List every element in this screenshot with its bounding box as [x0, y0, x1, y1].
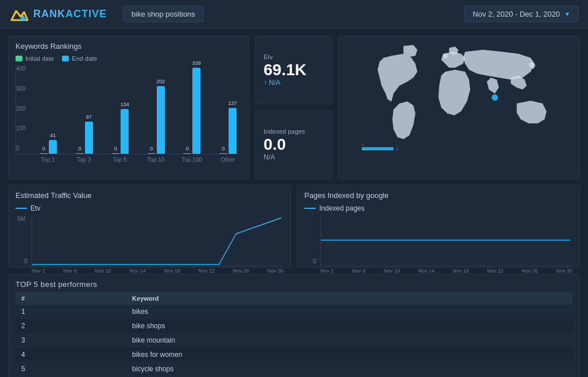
bar-group-top10: 0 202	[142, 86, 171, 154]
main-content: Keywords Rankings Initial date End date …	[0, 29, 588, 377]
x-label-top5: Top 5	[106, 157, 134, 163]
etv-panel: Etv 69.1K ↑ N/A	[255, 36, 332, 104]
top5-table: # Keyword 1 bikes 2 bike shops 3 bike mo…	[16, 292, 572, 376]
keyword-1: bikes	[126, 305, 572, 319]
bar-group-top1: 0 41	[34, 140, 63, 154]
date-range-picker[interactable]: Nov 2, 2020 - Dec 1, 2020 ▼	[464, 6, 579, 22]
top5-section: TOP 5 best performers # Keyword 1 bikes …	[8, 274, 580, 377]
indexed-date-3: Nov 10	[384, 268, 400, 274]
traffic-date-8: Nov 30	[267, 268, 284, 274]
svg-point-3	[492, 94, 498, 100]
traffic-legend: Etv	[16, 204, 284, 212]
traffic-legend-line	[16, 208, 27, 209]
table-row: 5 bicycle shops	[16, 362, 572, 376]
world-map-panel: 0 0	[338, 36, 580, 179]
top5-title: TOP 5 best performers	[16, 280, 572, 289]
x-label-top100: Top 100	[178, 157, 206, 163]
col-rank: #	[16, 292, 126, 305]
bar-top100-initial	[183, 153, 191, 154]
rank-1: 1	[16, 305, 126, 319]
traffic-date-4: Nov 14	[129, 268, 146, 274]
rank-3: 3	[16, 333, 126, 348]
table-header-row: # Keyword	[16, 292, 572, 305]
legend-end: End date	[62, 55, 97, 62]
indexed-date-5: Nov 18	[452, 268, 469, 274]
legend-end-label: End date	[72, 55, 97, 62]
world-map-svg: 0 0	[346, 42, 572, 153]
bar-group-top5: 0 134	[106, 109, 134, 154]
traffic-date-7: Nov 26	[233, 268, 249, 274]
bar-top5-initial	[111, 153, 119, 154]
bar-group-top3: 0 97	[71, 122, 99, 154]
traffic-legend-label: Etv	[30, 204, 40, 212]
top-row: Keywords Rankings Initial date End date …	[8, 36, 580, 179]
indexed-legend-line	[304, 208, 316, 209]
date-range-label: Nov 2, 2020 - Dec 1, 2020	[473, 10, 560, 18]
indexed-date-2: Nov 6	[352, 268, 366, 274]
rank-2: 2	[16, 319, 126, 333]
x-label-other: Other	[214, 157, 242, 163]
legend-initial-label: Initial date	[25, 55, 54, 62]
bar-top10-initial	[148, 153, 156, 154]
table-row: 1 bikes	[16, 305, 572, 319]
indexed-chart-title: Pages Indexed by google	[304, 191, 572, 200]
bar-chart: 4003002001000 0 41	[16, 65, 242, 172]
indexed-chart-area: 0	[320, 215, 570, 266]
indexed-chart-panel: Pages Indexed by google Indexed pages 0 …	[297, 185, 580, 268]
bar-top5-end	[121, 109, 129, 154]
indexed-date-6: Nov 22	[487, 268, 504, 274]
indexed-legend-label: Indexed pages	[319, 204, 365, 212]
bar-group-top100: 0 339	[178, 68, 206, 154]
traffic-date-2: Nov 6	[63, 268, 77, 274]
etv-value: 69.1K	[264, 61, 324, 79]
indexed-date-4: Nov 14	[418, 268, 435, 274]
legend-end-dot	[62, 56, 69, 61]
keyword-2: bike shops	[126, 319, 572, 333]
project-name[interactable]: bike shop positions	[123, 6, 204, 22]
indexed-value: 0.0	[264, 136, 324, 154]
traffic-chart-area: 5M 0	[32, 215, 281, 266]
etv-label: Etv	[264, 53, 324, 60]
traffic-date-1: Nov 2	[32, 268, 45, 274]
col-keyword: Keyword	[126, 292, 572, 305]
rank-5: 5	[16, 362, 126, 376]
keyword-3: bike mountain	[126, 333, 572, 348]
bar-top3-initial	[76, 153, 84, 154]
metric-panels: Etv 69.1K ↑ N/A Indexed pages 0.0 N/A	[255, 36, 332, 179]
legend-initial-dot	[16, 56, 22, 61]
traffic-date-5: Nov 18	[164, 268, 180, 274]
indexed-legend: Indexed pages	[304, 204, 572, 212]
traffic-panel-title: Estimated Traffic Value	[16, 191, 284, 200]
traffic-date-3: Nov 10	[95, 268, 111, 274]
svg-text:0: 0	[362, 142, 364, 146]
traffic-panel: Estimated Traffic Value Etv 5M 0 Nov 2 N…	[8, 185, 291, 268]
etv-change: ↑ N/A	[264, 79, 324, 87]
bar-top1-end	[49, 140, 57, 154]
indexed-date-7: Nov 26	[521, 268, 538, 274]
bar-group-other: 0 137	[214, 108, 242, 154]
rank-4: 4	[16, 348, 126, 362]
x-axis-labels: Top 1 Top 3 Top 5 Top 10 Top 100 Other	[16, 157, 242, 163]
bar-top1-initial	[40, 153, 48, 154]
header: RANKACTIVE bike shop positions Nov 2, 20…	[0, 0, 588, 29]
keywords-panel-title: Keywords Rankings	[16, 42, 242, 50]
indexed-date-8: Nov 30	[556, 268, 572, 274]
logo-icon	[9, 6, 30, 22]
bar-top10-end	[157, 86, 165, 154]
bar-top3-end	[85, 122, 93, 154]
table-row: 4 bikes for women	[16, 348, 572, 362]
traffic-x-axis: Nov 2 Nov 6 Nov 10 Nov 14 Nov 18 Nov 22 …	[16, 268, 284, 274]
indexed-date-1: Nov 2	[320, 268, 334, 274]
traffic-date-6: Nov 22	[198, 268, 215, 274]
traffic-y-zero: 0	[24, 258, 28, 265]
dropdown-arrow-icon: ▼	[564, 11, 570, 17]
indexed-label: Indexed pages	[264, 128, 324, 135]
chart-legend: Initial date End date	[16, 55, 242, 62]
x-label-top10: Top 10	[142, 157, 170, 163]
bar-other-initial	[219, 153, 227, 154]
indexed-panel: Indexed pages 0.0 N/A	[255, 110, 332, 179]
table-row: 3 bike mountain	[16, 333, 572, 348]
bar-top100-end	[192, 68, 200, 154]
x-label-top1: Top 1	[34, 157, 62, 163]
logo-text: RANKACTIVE	[33, 8, 107, 20]
